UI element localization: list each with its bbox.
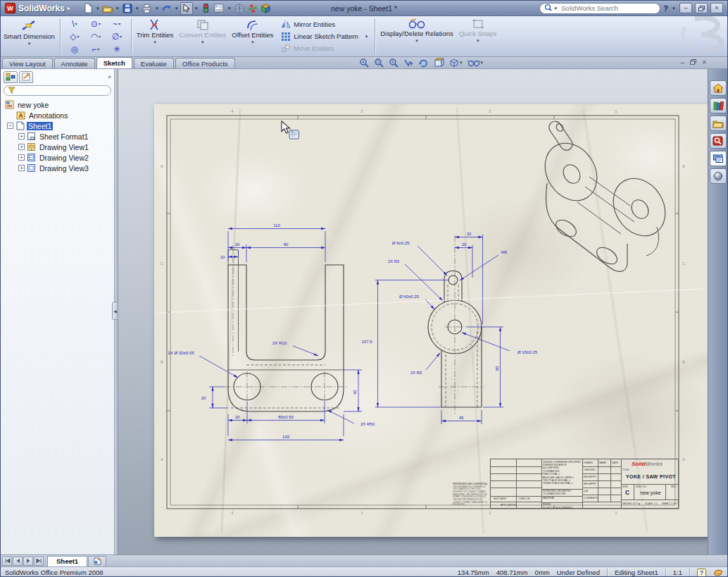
hide-show-items-button[interactable]: ▾ [467, 58, 484, 67]
drawing-sheet[interactable]: 4321 4321 DCBA DCBA [154, 104, 708, 537]
edrawings-cube-button[interactable] [260, 2, 272, 15]
select-dropdown[interactable]: ▾ [194, 6, 199, 11]
undo-button[interactable] [161, 2, 173, 15]
next-sheet-button[interactable] [23, 557, 33, 566]
circle-tool-button[interactable]: ⊙▾ [85, 18, 106, 30]
tree-item-drawing-view2[interactable]: + Drawing View2 [2, 152, 114, 163]
smart-dimension-dropdown[interactable]: ▾ [28, 41, 31, 46]
mirror-entities-button[interactable]: Mirror Entities [279, 19, 370, 30]
resources-home-button[interactable] [710, 80, 727, 96]
open-button[interactable] [101, 2, 114, 15]
minimize-button[interactable]: – [679, 3, 692, 13]
new-document-button[interactable] [82, 2, 94, 15]
arc-tool-button[interactable]: ◠▾ [85, 30, 106, 43]
arc-dropdown[interactable]: ▾ [99, 34, 101, 39]
close-button[interactable]: × [710, 3, 723, 13]
save-dropdown[interactable]: ▾ [134, 6, 140, 11]
ellipse-dropdown[interactable]: ▾ [120, 34, 122, 39]
linear-sketch-pattern-button[interactable]: Linear Sketch Pattern ▾ [279, 31, 370, 42]
fillet-tool-button[interactable]: ⌐▾ [85, 43, 106, 56]
tree-item-sheet1[interactable]: − Sheet1 [2, 120, 114, 131]
expand-expander[interactable]: + [18, 144, 25, 150]
rectangle-tool-button[interactable]: ◇▾ [64, 30, 85, 43]
spline-dropdown[interactable]: ▾ [118, 21, 120, 26]
print-dropdown[interactable]: ▾ [154, 6, 160, 11]
tree-item-drawing-view3[interactable]: + Drawing View3 [2, 163, 114, 173]
tree-item-drawing-view1[interactable]: + Drawing View1 [2, 142, 114, 152]
select-button[interactable] [180, 2, 193, 15]
help-button[interactable]: ? [663, 4, 668, 13]
offset-dropdown[interactable]: ▾ [251, 39, 254, 45]
front-view[interactable] [225, 245, 347, 411]
open-dropdown[interactable]: ▾ [115, 6, 120, 11]
tab-sketch[interactable]: Sketch [96, 57, 132, 68]
first-sheet-button[interactable] [2, 557, 12, 566]
options-dropdown[interactable]: ▾ [227, 6, 232, 11]
doc-close-button[interactable]: × [702, 58, 706, 66]
graphics-area[interactable]: 4321 4321 DCBA DCBA [118, 69, 708, 554]
search-scope-dropdown[interactable]: ▾ [553, 6, 558, 11]
search-pane-button[interactable] [710, 133, 727, 149]
print-button[interactable] [141, 2, 153, 15]
save-button[interactable] [121, 2, 134, 15]
zoom-in-out-button[interactable] [388, 58, 399, 68]
hide-show-dropdown[interactable]: ▾ [481, 60, 484, 66]
line-dropdown[interactable]: ▾ [75, 21, 77, 26]
side-view[interactable] [428, 235, 484, 416]
expand-expander[interactable]: + [18, 154, 25, 161]
tab-annotate[interactable]: Annotate [54, 58, 95, 68]
panel-expand-chevrons[interactable]: » [108, 73, 111, 80]
tree-item-sheet-format[interactable]: + Sheet Format1 [2, 131, 114, 142]
trim-entities-button[interactable]: Trim Entities ▾ [134, 16, 176, 56]
smart-dimension-button[interactable]: Smart Dimension ▾ [1, 16, 58, 56]
point-tool-button[interactable]: ✳ [106, 43, 127, 56]
rebuild-stoplight-button[interactable] [200, 2, 213, 15]
help-dropdown[interactable]: ▾ [671, 6, 677, 11]
tab-view-layout[interactable]: View Layout [2, 58, 53, 68]
display-style-dropdown[interactable]: ▾ [460, 60, 463, 66]
design-library-button[interactable] [710, 98, 727, 113]
linear-pattern-dropdown[interactable]: ▾ [365, 34, 368, 39]
doc-restore-button[interactable] [690, 58, 696, 66]
sheet1-tab[interactable]: Sheet1 [47, 556, 87, 566]
expand-expander[interactable]: + [18, 133, 25, 139]
relations-dropdown[interactable]: ▾ [415, 38, 418, 44]
file-explorer-button[interactable] [710, 116, 727, 131]
offset-entities-button[interactable]: Offset Entities ▾ [229, 16, 276, 56]
tree-filter-input[interactable] [4, 85, 111, 96]
tree-item-label[interactable]: Drawing View2 [38, 154, 90, 162]
ellipse-tool-button[interactable]: ∅▾ [106, 30, 127, 43]
spline-tool-button[interactable]: ~▾ [106, 18, 127, 30]
globe-button[interactable] [233, 2, 246, 15]
front-view-dimensions[interactable] [199, 229, 362, 440]
search-input[interactable] [560, 4, 655, 13]
tree-item-label[interactable]: Sheet Format1 [38, 132, 89, 141]
redraw-button[interactable] [418, 58, 429, 68]
tree-root-row[interactable]: new yoke [2, 99, 114, 110]
display-style-button[interactable]: ▾ [448, 58, 463, 68]
tree-item-label[interactable]: Annotations [27, 111, 69, 120]
app-logo[interactable]: W SolidWorks ▸ [1, 3, 75, 13]
panel-collapse-button[interactable]: ◀ [112, 302, 118, 320]
tree-item-label-selected[interactable]: Sheet1 [27, 122, 53, 130]
line-tool-button[interactable]: \▾ [64, 18, 85, 30]
prev-sheet-button[interactable] [13, 557, 23, 566]
convert-entities-button[interactable]: Convert Entities ▾ [176, 16, 229, 56]
add-sheet-tab[interactable] [88, 556, 106, 566]
3d-drawing-view-button[interactable] [433, 58, 445, 68]
view-palette-button[interactable] [710, 151, 727, 166]
options-list-button[interactable] [213, 2, 226, 15]
rectangle-dropdown[interactable]: ▾ [77, 34, 79, 39]
new-dropdown[interactable]: ▾ [95, 6, 101, 11]
polygon-tool-button[interactable]: ◎ [64, 43, 85, 56]
display-delete-relations-button[interactable]: Display/Delete Relations ▾ [377, 16, 456, 56]
tab-evaluate[interactable]: Evaluate [134, 58, 174, 68]
tree-root-label[interactable]: new yoke [16, 101, 50, 109]
tree-item-annotations[interactable]: A Annotations [2, 110, 114, 120]
tree-item-label[interactable]: Drawing View3 [38, 164, 90, 173]
featuremanager-tab[interactable] [4, 71, 18, 83]
zoom-fit-button[interactable] [358, 58, 370, 68]
undo-dropdown[interactable]: ▾ [174, 6, 180, 11]
tab-office-products[interactable]: Office Products [175, 58, 235, 68]
pan-button[interactable] [403, 58, 414, 68]
